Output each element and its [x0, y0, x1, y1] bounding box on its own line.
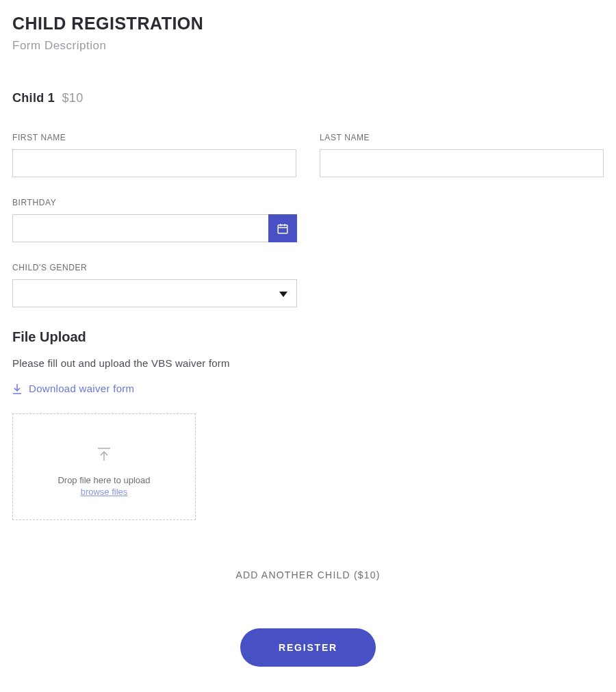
- register-button[interactable]: REGISTER: [240, 628, 376, 667]
- dropzone-text: Drop file here to upload: [57, 475, 150, 485]
- birthday-input-wrapper: [12, 214, 297, 242]
- add-another-child-button[interactable]: ADD ANOTHER CHILD ($10): [12, 569, 604, 580]
- child-section-price: $10: [62, 91, 84, 105]
- name-fields-row: FIRST NAME LAST NAME: [12, 133, 604, 177]
- upload-icon: [97, 448, 112, 461]
- birthday-input[interactable]: [12, 214, 268, 242]
- download-waiver-link[interactable]: Download waiver form: [12, 383, 134, 394]
- file-upload-description: Please fill out and upload the VBS waive…: [12, 357, 604, 369]
- calendar-icon: [277, 222, 289, 235]
- birthday-label: BIRTHDAY: [12, 198, 604, 207]
- gender-select-wrapper: [12, 279, 297, 307]
- gender-select[interactable]: [12, 279, 297, 307]
- birthday-field: BIRTHDAY: [12, 198, 604, 242]
- svg-rect-0: [278, 225, 287, 233]
- download-icon: [12, 383, 22, 394]
- calendar-button[interactable]: [268, 214, 297, 242]
- submit-row: REGISTER: [12, 628, 604, 667]
- gender-field: CHILD'S GENDER: [12, 263, 604, 307]
- first-name-field: FIRST NAME: [12, 133, 296, 177]
- file-dropzone[interactable]: Drop file here to upload browse files: [12, 413, 196, 520]
- form-description: Form Description: [12, 39, 604, 53]
- first-name-label: FIRST NAME: [12, 133, 296, 142]
- browse-files-link[interactable]: browse files: [81, 487, 128, 497]
- first-name-input[interactable]: [12, 149, 296, 177]
- download-waiver-text: Download waiver form: [29, 383, 134, 394]
- child-section-label: Child 1: [12, 91, 55, 105]
- last-name-label: LAST NAME: [320, 133, 604, 142]
- file-upload-title: File Upload: [12, 329, 604, 345]
- child-section-header: Child 1 $10: [12, 91, 604, 105]
- gender-label: CHILD'S GENDER: [12, 263, 604, 272]
- page-title: CHILD REGISTRATION: [12, 14, 604, 34]
- last-name-input[interactable]: [320, 149, 604, 177]
- last-name-field: LAST NAME: [320, 133, 604, 177]
